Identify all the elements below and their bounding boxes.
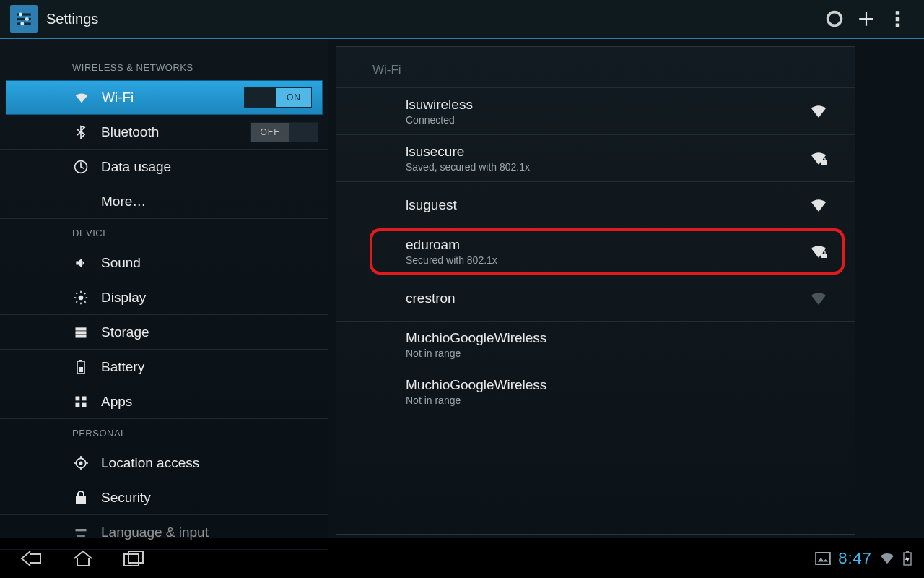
location-icon [72, 456, 90, 470]
svg-rect-18 [76, 402, 80, 407]
signal-strength-icon [808, 243, 830, 259]
sidebar-item-bluetooth[interactable]: Bluetooth OFF [0, 115, 328, 150]
svg-point-3 [19, 13, 22, 17]
sidebar-item-display[interactable]: Display [0, 280, 328, 315]
network-name: crestron [406, 290, 808, 306]
display-icon [72, 290, 90, 305]
clock: 8:47 [838, 549, 872, 568]
sidebar-item-label: Battery [101, 359, 318, 375]
sidebar-item-battery[interactable]: Battery [0, 350, 328, 384]
sidebar-item-label: Wi-Fi [102, 90, 244, 105]
sidebar-item-label: Display [101, 290, 318, 306]
svg-rect-30 [906, 551, 909, 553]
svg-rect-15 [79, 367, 83, 372]
settings-app-icon [10, 5, 38, 33]
sidebar-item-label: Sound [101, 255, 318, 271]
svg-point-5 [20, 22, 24, 26]
svg-rect-14 [79, 360, 82, 361]
data-usage-icon [72, 160, 90, 174]
sidebar-item-label: Location access [101, 455, 318, 471]
signal-strength-icon [808, 197, 830, 213]
detail-header: Wi-Fi [336, 47, 855, 87]
sidebar-item-wifi[interactable]: Wi-Fi ON [6, 80, 323, 115]
sound-icon [72, 256, 90, 270]
sidebar-item-label: Security [101, 490, 318, 506]
action-bar: Settings [0, 0, 924, 39]
battery-status-icon [902, 551, 912, 566]
wifi-network-row[interactable]: lsusecureSaved, secured with 802.1x [336, 134, 855, 181]
sidebar-item-storage[interactable]: Storage [0, 315, 328, 350]
sidebar-item-datausage[interactable]: Data usage [0, 150, 328, 184]
section-header-personal: PERSONAL [0, 419, 328, 446]
svg-rect-23 [76, 529, 87, 531]
sidebar-item-apps[interactable]: Apps [0, 384, 328, 419]
network-status: Connected [406, 114, 808, 126]
sidebar-item-label: Storage [101, 324, 318, 340]
storage-icon [72, 325, 90, 340]
bluetooth-icon [72, 125, 90, 139]
battery-icon [72, 360, 90, 374]
sidebar-item-label: More… [101, 194, 318, 210]
svg-rect-26 [124, 554, 139, 566]
wifi-network-row[interactable]: eduroamSecured with 802.1x [336, 228, 855, 275]
sidebar-item-label: Data usage [101, 159, 318, 175]
section-header-device: DEVICE [0, 219, 328, 246]
wifi-detail-panel: Wi-Fi lsuwirelessConnectedlsusecureSaved… [336, 46, 855, 535]
network-status: Saved, secured with 802.1x [406, 161, 808, 173]
signal-strength-icon [808, 150, 830, 166]
wifi-network-row[interactable]: MuchioGoogleWirelessNot in range [336, 368, 855, 415]
svg-rect-6 [896, 11, 899, 14]
page-title: Settings [46, 11, 98, 27]
sidebar-item-language[interactable]: Language & input [0, 515, 328, 550]
wifi-network-row[interactable]: lsuguest [336, 181, 855, 228]
wifi-network-row[interactable]: MuchioGoogleWirelessNot in range [336, 321, 855, 368]
svg-rect-8 [896, 24, 899, 27]
wifi-icon [73, 90, 90, 105]
svg-rect-16 [76, 396, 80, 400]
section-header-wireless: WIRELESS & NETWORKS [0, 53, 328, 80]
bluetooth-toggle[interactable]: OFF [250, 122, 318, 142]
toggle-off-label: OFF [251, 123, 289, 142]
svg-rect-28 [816, 552, 830, 564]
add-network-icon[interactable] [850, 3, 882, 35]
svg-rect-12 [76, 335, 87, 337]
wifi-status-icon [879, 552, 895, 565]
signal-strength-icon [808, 103, 830, 119]
sidebar-item-label: Bluetooth [101, 124, 250, 140]
signal-strength-icon [808, 290, 830, 306]
svg-point-9 [79, 295, 84, 300]
svg-rect-11 [76, 331, 87, 334]
network-name: eduroam [406, 237, 808, 253]
wifi-network-row[interactable]: crestron [336, 275, 855, 321]
sidebar-item-security[interactable]: Security [0, 480, 328, 515]
network-name: MuchioGoogleWireless [406, 377, 808, 393]
network-name: lsuwireless [406, 97, 808, 113]
sidebar-item-more[interactable]: More… [0, 184, 328, 219]
wps-icon[interactable] [819, 3, 850, 35]
svg-rect-1 [17, 18, 31, 20]
wifi-toggle[interactable]: ON [244, 87, 312, 108]
sidebar-item-location[interactable]: Location access [0, 446, 328, 480]
lock-icon [72, 491, 90, 505]
overflow-menu-icon[interactable] [882, 3, 914, 35]
status-tray[interactable]: 8:47 [815, 549, 917, 568]
svg-rect-0 [17, 13, 31, 15]
settings-sidebar: WIRELESS & NETWORKS Wi-Fi ON Bluetooth O… [0, 39, 328, 538]
sidebar-item-sound[interactable]: Sound [0, 246, 328, 280]
language-icon [72, 525, 90, 540]
svg-rect-25 [821, 254, 827, 258]
network-status: Not in range [406, 348, 808, 359]
svg-rect-17 [82, 396, 87, 400]
wifi-network-row[interactable]: lsuwirelessConnected [336, 87, 855, 134]
svg-rect-7 [896, 17, 899, 21]
svg-point-4 [25, 17, 29, 21]
sidebar-item-label: Language & input [101, 525, 318, 540]
apps-icon [72, 394, 90, 409]
svg-rect-19 [82, 402, 87, 407]
network-name: MuchioGoogleWireless [406, 330, 808, 346]
network-status: Secured with 802.1x [406, 254, 808, 266]
svg-point-20 [79, 461, 83, 465]
svg-rect-10 [76, 327, 87, 330]
network-name: lsuguest [406, 197, 808, 213]
toggle-on-label: ON [276, 88, 311, 107]
